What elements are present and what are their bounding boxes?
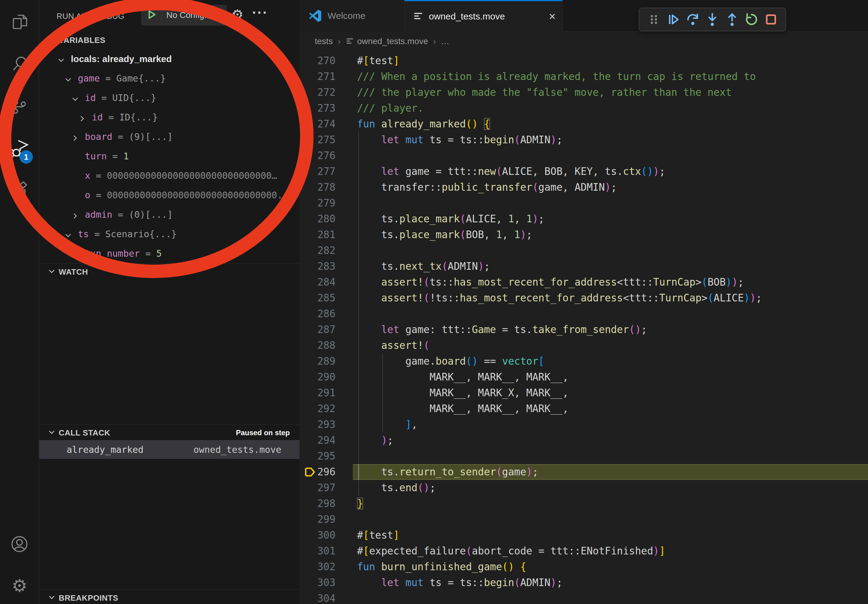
code-line[interactable]: 299 bbox=[299, 511, 868, 527]
breadcrumb-item[interactable]: owned_tests.move bbox=[346, 37, 428, 46]
toolbar-drag-grip[interactable] bbox=[646, 12, 662, 27]
code-line[interactable]: 272/// the player who made the "false" m… bbox=[299, 85, 868, 101]
line-number[interactable]: 298 bbox=[299, 496, 335, 511]
code-line[interactable]: 304 bbox=[299, 591, 868, 604]
chevron-right-icon[interactable] bbox=[71, 211, 79, 222]
line-number[interactable]: 300 bbox=[299, 527, 335, 543]
call-stack-section-header[interactable]: CALL STACK Paused on step bbox=[39, 425, 299, 441]
line-number[interactable]: 302 bbox=[299, 559, 335, 575]
code-line[interactable]: 271/// When a position is already marked… bbox=[299, 69, 868, 85]
line-number[interactable]: 281 bbox=[299, 227, 335, 243]
step-out-icon[interactable] bbox=[724, 12, 740, 27]
line-number[interactable]: 270 bbox=[299, 53, 335, 69]
line-number[interactable]: 295 bbox=[299, 448, 335, 464]
code-line[interactable]: 291 MARK__, MARK_X, MARK__, bbox=[299, 385, 868, 401]
line-number[interactable]: 274 bbox=[299, 116, 335, 132]
code-line[interactable]: 303 let mut ts = ts::begin(ADMIN); bbox=[299, 575, 868, 591]
line-number[interactable]: 289 bbox=[299, 353, 335, 369]
watch-section-header[interactable]: WATCH bbox=[39, 264, 299, 280]
code-line[interactable]: 302fun burn_unfinished_game() { bbox=[299, 559, 868, 575]
code-line[interactable]: 296 ts.return_to_sender(game); bbox=[299, 464, 868, 480]
step-into-icon[interactable] bbox=[704, 12, 720, 27]
step-over-icon[interactable] bbox=[685, 12, 701, 27]
line-number[interactable]: 279 bbox=[299, 195, 335, 211]
chevron-down-icon[interactable] bbox=[57, 56, 65, 66]
line-number[interactable]: 290 bbox=[299, 369, 335, 385]
line-number[interactable]: 282 bbox=[299, 243, 335, 259]
code-line[interactable]: 298} bbox=[299, 496, 868, 511]
line-number[interactable]: 293 bbox=[299, 417, 335, 432]
chevron-down-icon[interactable] bbox=[64, 75, 72, 86]
variable-row[interactable]: ts = Scenario{...} bbox=[39, 225, 299, 245]
line-number[interactable]: 280 bbox=[299, 211, 335, 227]
code-line[interactable]: 293 ], bbox=[299, 417, 868, 432]
line-number[interactable]: 297 bbox=[299, 480, 335, 496]
code-line[interactable]: 280 ts.place_mark(ALICE, 1, 1); bbox=[299, 211, 868, 227]
line-number[interactable]: 277 bbox=[299, 164, 335, 180]
line-number[interactable]: 286 bbox=[299, 306, 335, 322]
code-line[interactable]: 283 ts.next_tx(ADMIN); bbox=[299, 259, 868, 274]
source-control-icon[interactable] bbox=[0, 91, 39, 122]
code-line[interactable]: 281 ts.place_mark(BOB, 1, 1); bbox=[299, 227, 868, 243]
code-line[interactable]: 294 ); bbox=[299, 432, 868, 448]
line-number[interactable]: 285 bbox=[299, 290, 335, 306]
code-line[interactable]: 289 game.board() == vector[ bbox=[299, 353, 868, 369]
chevron-right-icon[interactable] bbox=[71, 133, 79, 144]
code-line[interactable]: 290 MARK__, MARK__, MARK__, bbox=[299, 369, 868, 385]
code-line[interactable]: 278 transfer::public_transfer(game, ADMI… bbox=[299, 180, 868, 195]
code-line[interactable]: 297 ts.end(); bbox=[299, 480, 868, 496]
variables-scope-row[interactable]: locals: already_marked bbox=[39, 50, 299, 69]
code-line[interactable]: 285 assert!(!ts::has_most_recent_for_add… bbox=[299, 290, 868, 306]
code-line[interactable]: 301#[expected_failure(abort_code = ttt::… bbox=[299, 543, 868, 559]
line-number[interactable]: 301 bbox=[299, 543, 335, 559]
code-line[interactable]: 284 assert!(ts::has_most_recent_for_addr… bbox=[299, 274, 868, 290]
code-line[interactable]: 288 assert!( bbox=[299, 338, 868, 353]
variable-row[interactable]: id = UID{...} bbox=[39, 89, 299, 108]
line-number[interactable]: 303 bbox=[299, 575, 335, 591]
line-number[interactable]: 284 bbox=[299, 274, 335, 290]
extensions-icon[interactable] bbox=[0, 175, 39, 206]
run-and-debug-icon[interactable]: 1 bbox=[0, 133, 39, 164]
code-line[interactable]: 274fun already_marked() { bbox=[299, 116, 868, 132]
line-number[interactable]: 292 bbox=[299, 401, 335, 417]
debug-settings-gear-icon[interactable]: ⚙ bbox=[231, 7, 243, 22]
variable-row[interactable]: admin = (0)[...] bbox=[39, 206, 299, 225]
code-line[interactable]: 282 bbox=[299, 243, 868, 259]
search-icon[interactable] bbox=[0, 48, 39, 79]
variable-row[interactable]: turn = 1 bbox=[39, 147, 299, 167]
close-icon[interactable]: × bbox=[549, 11, 556, 22]
line-number[interactable]: 287 bbox=[299, 322, 335, 338]
line-number[interactable]: 272 bbox=[299, 85, 335, 101]
chevron-right-icon[interactable] bbox=[78, 114, 86, 125]
line-number[interactable]: 291 bbox=[299, 385, 335, 401]
variable-row[interactable]: txn_number = 5 bbox=[39, 245, 299, 263]
code-line[interactable]: 300#[test] bbox=[299, 527, 868, 543]
code-line[interactable]: 292 MARK__, MARK__, MARK__, bbox=[299, 401, 868, 417]
settings-gear-icon[interactable]: ⚙ bbox=[0, 570, 39, 602]
tab-welcome[interactable]: Welcome bbox=[299, 0, 405, 32]
line-number[interactable]: 299 bbox=[299, 511, 335, 527]
code-line[interactable]: 273/// player. bbox=[299, 101, 868, 116]
line-number[interactable]: 271 bbox=[299, 69, 335, 85]
line-number[interactable]: 294 bbox=[299, 432, 335, 448]
more-actions-icon[interactable]: ··· bbox=[252, 4, 268, 21]
variables-section-header[interactable]: VARIABLES bbox=[39, 32, 299, 48]
code-line[interactable]: 279 bbox=[299, 195, 868, 211]
line-number[interactable]: 304 bbox=[299, 591, 335, 604]
code-area[interactable]: 270#[test]271/// When a position is alre… bbox=[299, 51, 868, 604]
line-number[interactable]: 288 bbox=[299, 338, 335, 353]
call-stack-frame[interactable]: already_marked owned_tests.move bbox=[39, 440, 299, 459]
breadcrumb-item[interactable]: tests bbox=[315, 37, 333, 46]
explorer-icon[interactable] bbox=[0, 6, 39, 38]
breadcrumb-item[interactable]: … bbox=[441, 37, 450, 46]
variable-row[interactable]: game = Game{...} bbox=[39, 69, 299, 89]
code-line[interactable]: 277 let game = ttt::new(ALICE, BOB, KEY,… bbox=[299, 164, 868, 180]
variable-row[interactable]: x = 000000000000000000000000000000… bbox=[39, 167, 299, 186]
continue-icon[interactable] bbox=[665, 12, 681, 27]
launch-config-dropdown[interactable]: No Configura bbox=[141, 5, 227, 26]
account-icon[interactable] bbox=[0, 528, 39, 560]
code-line[interactable]: 275 let mut ts = ts::begin(ADMIN); bbox=[299, 132, 868, 148]
breakpoints-section-header[interactable]: BREAKPOINTS bbox=[39, 590, 299, 604]
stop-icon[interactable] bbox=[763, 12, 779, 27]
line-number[interactable]: 276 bbox=[299, 148, 335, 164]
